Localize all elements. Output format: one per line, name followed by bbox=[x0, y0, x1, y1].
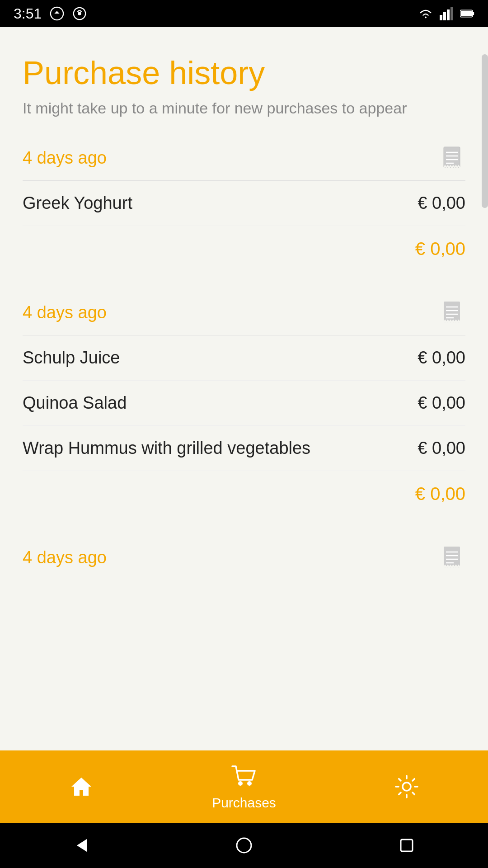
group-header-2: 4 days ago bbox=[23, 299, 465, 335]
back-button[interactable] bbox=[68, 832, 95, 859]
svg-rect-31 bbox=[401, 840, 413, 851]
cart-icon bbox=[230, 763, 258, 792]
svg-rect-4 bbox=[443, 12, 446, 20]
item-name-2-0: Schulp Juice bbox=[23, 348, 120, 368]
status-time: 3:51 bbox=[14, 5, 42, 22]
scrollbar[interactable] bbox=[482, 54, 488, 208]
status-bar: 3:51 bbox=[0, 0, 488, 27]
purchase-group-2: 4 days ago Schulp Juice € 0,00 Quinoa Sa… bbox=[23, 299, 465, 517]
purchase-item-1-0: Greek Yoghurt € 0,00 bbox=[23, 181, 465, 226]
svg-rect-10 bbox=[444, 147, 460, 168]
item-price-1-0: € 0,00 bbox=[418, 193, 465, 213]
svg-rect-21 bbox=[444, 547, 460, 567]
item-price-2-0: € 0,00 bbox=[418, 348, 465, 368]
item-name-2-2: Wrap Hummus with grilled vegetables bbox=[23, 439, 310, 458]
purchase-item-2-2: Wrap Hummus with grilled vegetables € 0,… bbox=[23, 426, 465, 471]
home-button[interactable] bbox=[230, 832, 258, 859]
android-nav bbox=[0, 823, 488, 868]
nav-home[interactable] bbox=[0, 772, 163, 801]
group-header-3: 4 days ago bbox=[23, 544, 465, 580]
page-subtitle: It might take up to a minute for new pur… bbox=[23, 99, 465, 117]
svg-point-27 bbox=[247, 781, 252, 786]
receipt-icon-1[interactable] bbox=[438, 144, 465, 171]
group-date-2: 4 days ago bbox=[23, 303, 107, 322]
item-name-1-0: Greek Yoghurt bbox=[23, 193, 132, 213]
purchase-item-2-0: Schulp Juice € 0,00 bbox=[23, 335, 465, 381]
svg-rect-8 bbox=[473, 12, 474, 15]
purchase-item-2-1: Quinoa Salad € 0,00 bbox=[23, 381, 465, 426]
group-header-1: 4 days ago bbox=[23, 144, 465, 180]
svg-rect-6 bbox=[450, 7, 453, 20]
bottom-nav: Purchases bbox=[0, 750, 488, 823]
svg-rect-16 bbox=[444, 302, 460, 322]
group-date-3: 4 days ago bbox=[23, 548, 107, 567]
purchase-group-3: 4 days ago bbox=[23, 544, 465, 580]
wifi-icon bbox=[418, 6, 433, 21]
item-price-2-1: € 0,00 bbox=[418, 393, 465, 413]
home-icon bbox=[67, 772, 96, 801]
svg-point-30 bbox=[237, 838, 251, 853]
main-content: Purchase history It might take up to a m… bbox=[0, 27, 488, 750]
nav-purchases-label: Purchases bbox=[212, 795, 276, 811]
svg-point-26 bbox=[238, 781, 243, 786]
page-title: Purchase history bbox=[23, 54, 465, 91]
group-total-2: € 0,00 bbox=[23, 471, 465, 517]
group-total-1: € 0,00 bbox=[23, 226, 465, 272]
nav-purchases[interactable]: Purchases bbox=[163, 763, 325, 811]
battery-icon bbox=[460, 6, 474, 21]
svg-marker-29 bbox=[77, 839, 87, 852]
svg-rect-9 bbox=[461, 11, 472, 16]
svg-rect-5 bbox=[447, 9, 450, 20]
item-price-2-2: € 0,00 bbox=[418, 439, 465, 458]
sync-icon bbox=[72, 6, 87, 21]
nav-settings[interactable] bbox=[325, 772, 488, 801]
svg-rect-3 bbox=[440, 15, 442, 20]
svg-point-28 bbox=[403, 783, 411, 791]
purchase-group-1: 4 days ago Greek Yoghurt € 0,00 € 0,0 bbox=[23, 144, 465, 272]
signal-icon bbox=[439, 6, 454, 21]
recents-button[interactable] bbox=[393, 832, 420, 859]
group-date-1: 4 days ago bbox=[23, 148, 107, 168]
receipt-icon-3[interactable] bbox=[438, 544, 465, 571]
settings-icon bbox=[392, 772, 421, 801]
nav-app-icon bbox=[50, 6, 64, 21]
receipt-icon-2[interactable] bbox=[438, 299, 465, 326]
svg-point-2 bbox=[78, 12, 82, 15]
item-name-2-1: Quinoa Salad bbox=[23, 393, 127, 413]
